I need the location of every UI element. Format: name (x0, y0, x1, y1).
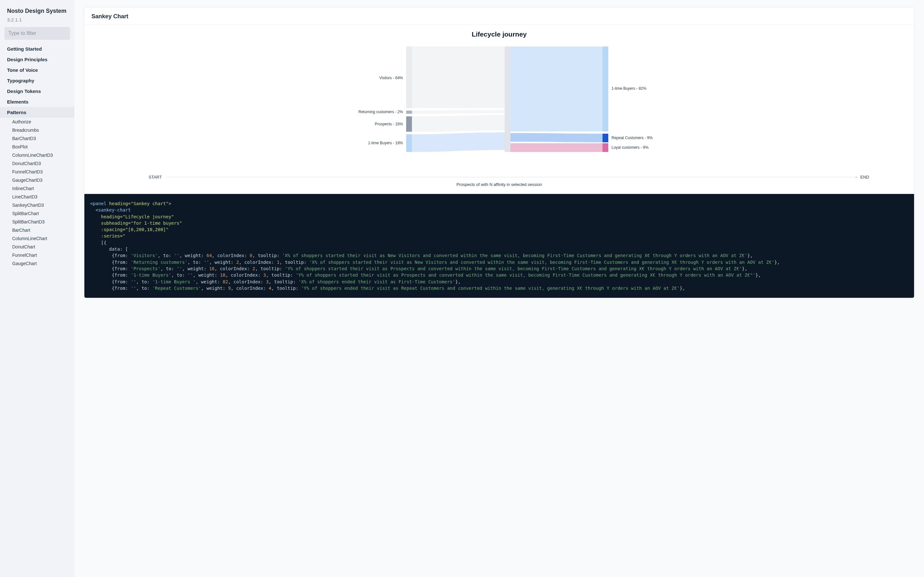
nav-list: Getting Started Design Principles Tone o… (0, 44, 74, 118)
sidebar: Nosto Design System 3.2.1.1 Getting Star… (0, 0, 74, 577)
axis-subheading: Prospects of with N affinity in selected… (87, 182, 911, 187)
subnav-item[interactable]: SplitBarChart (0, 210, 74, 218)
axis-end: END (861, 175, 869, 179)
svg-rect-4 (505, 47, 510, 152)
svg-rect-5 (603, 47, 608, 131)
label-1time-left: 1-time Buyers - 18% (368, 141, 403, 145)
subnav-list: Authorize Breadcrumbs BarChartD3 BoxPlot… (0, 118, 74, 268)
subnav-item[interactable]: LineChartD3 (0, 193, 74, 201)
svg-rect-1 (406, 111, 412, 114)
chart-title: Lifecycle journey (87, 31, 911, 38)
svg-rect-3 (406, 134, 412, 152)
subnav-item[interactable]: DonutChart (0, 243, 74, 251)
subnav-item[interactable]: Breadcrumbs (0, 126, 74, 134)
app-version: 3.2.1.1 (7, 17, 67, 23)
subnav-item[interactable]: ColumnLineChartD3 (0, 151, 74, 159)
label-loyal: Loyal customers - 9% (612, 145, 649, 150)
nav-design-principles[interactable]: Design Principles (0, 54, 74, 65)
code-block[interactable]: <panel heading="Sankey chart"> <sankey-c… (84, 194, 914, 298)
main-content: Sankey Chart Lifecycle journey (74, 0, 924, 577)
svg-rect-2 (406, 116, 412, 132)
subnav-item[interactable]: Authorize (0, 118, 74, 126)
label-repeat: Repeat Customers - 9% (612, 135, 653, 140)
nav-tone-of-voice[interactable]: Tone of Voice (0, 65, 74, 75)
subnav-item[interactable]: ColumnLineChart (0, 234, 74, 243)
app-title: Nosto Design System (7, 8, 67, 15)
label-prospects: Prospects - 16% (375, 122, 403, 126)
svg-rect-6 (603, 134, 608, 142)
panel-heading: Sankey Chart (84, 7, 914, 25)
axis-line (166, 177, 856, 177)
sidebar-header: Nosto Design System 3.2.1.1 (0, 0, 74, 27)
subnav-item[interactable]: BoxPlot (0, 143, 74, 151)
label-returning: Returning customers - 2% (359, 110, 403, 114)
subnav-item[interactable]: FunnelChart (0, 251, 74, 259)
axis-start: START (149, 175, 162, 179)
subnav-item[interactable]: BarChart (0, 226, 74, 234)
search-input[interactable] (5, 27, 70, 40)
sankey-panel: Sankey Chart Lifecycle journey (84, 7, 914, 298)
chart-area: Lifecycle journey (84, 25, 914, 194)
nav-getting-started[interactable]: Getting Started (0, 44, 74, 54)
subnav-item[interactable]: DonutChartD3 (0, 159, 74, 168)
sankey-chart-svg: Visitors - 64% Returning customers - 2% … (345, 43, 653, 171)
svg-rect-7 (603, 143, 608, 152)
nav-patterns[interactable]: Patterns (0, 107, 74, 118)
subnav-item[interactable]: SankeyChartD3 (0, 201, 74, 210)
subnav-item[interactable]: FunnelChartD3 (0, 168, 74, 176)
subnav-item[interactable]: BarChartD3 (0, 134, 74, 143)
subnav-item[interactable]: GaugeChartD3 (0, 176, 74, 184)
subnav-item[interactable]: SplitBarChartD3 (0, 218, 74, 226)
nav-typography[interactable]: Typography (0, 75, 74, 86)
svg-rect-0 (406, 47, 412, 108)
nav-design-tokens[interactable]: Design Tokens (0, 86, 74, 97)
nav-elements[interactable]: Elements (0, 97, 74, 107)
label-1time-right: 1-time Buyers - 82% (612, 86, 646, 91)
label-visitors: Visitors - 64% (379, 76, 403, 80)
subnav-item[interactable]: GaugeChart (0, 259, 74, 268)
subnav-item[interactable]: InlineChart (0, 184, 74, 193)
axis-row: START END (87, 175, 911, 179)
